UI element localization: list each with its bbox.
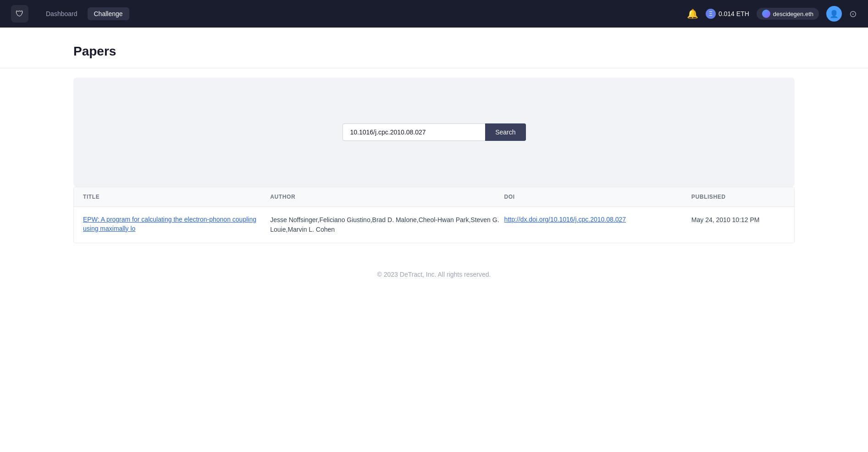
logo-icon: 🛡: [16, 9, 24, 19]
search-input[interactable]: [343, 123, 486, 141]
paper-title-link[interactable]: EPW: A program for calculating the elect…: [83, 216, 256, 232]
ens-badge[interactable]: descidegen.eth: [757, 8, 819, 20]
paper-doi[interactable]: http://dx.doi.org/10.1016/j.cpc.2010.08.…: [504, 215, 691, 223]
user-avatar[interactable]: 👤: [826, 6, 842, 22]
copyright-text: © 2023 DeTract, Inc. All rights reserved…: [377, 271, 491, 278]
table-row: EPW: A program for calculating the elect…: [74, 207, 794, 243]
page-header: Papers: [0, 28, 868, 68]
paper-published: May 24, 2010 10:12 PM: [691, 215, 785, 225]
ens-avatar: [762, 10, 770, 18]
page-title: Papers: [73, 44, 795, 59]
search-container: Search: [343, 123, 526, 141]
nav-challenge[interactable]: Challenge: [88, 7, 129, 20]
ethereum-icon: Ξ: [706, 9, 716, 19]
eth-amount: 0.014 ETH: [719, 10, 749, 17]
doi-link[interactable]: http://dx.doi.org/10.1016/j.cpc.2010.08.…: [504, 216, 626, 223]
eth-balance: Ξ 0.014 ETH: [706, 9, 749, 19]
nav-menu: Dashboard Challenge: [39, 7, 676, 20]
col-author: AUTHOR: [270, 194, 504, 200]
nav-dashboard[interactable]: Dashboard: [39, 7, 84, 20]
table-header: TITLE AUTHOR DOI PUBLISHED: [74, 187, 794, 207]
search-section: Search: [73, 78, 795, 187]
footer: © 2023 DeTract, Inc. All rights reserved…: [0, 243, 868, 296]
col-doi: DOI: [504, 194, 691, 200]
col-title: TITLE: [83, 194, 270, 200]
notification-icon[interactable]: 🔔: [687, 8, 698, 19]
paper-author: Jesse Noffsinger,Feliciano Giustino,Brad…: [270, 215, 504, 234]
col-published: PUBLISHED: [691, 194, 785, 200]
logout-icon[interactable]: ⊙: [849, 8, 857, 19]
ens-name: descidegen.eth: [773, 11, 813, 17]
navbar: 🛡 Dashboard Challenge 🔔 Ξ 0.014 ETH desc…: [0, 0, 868, 28]
search-button[interactable]: Search: [485, 123, 525, 141]
paper-title[interactable]: EPW: A program for calculating the elect…: [83, 215, 270, 233]
papers-table: TITLE AUTHOR DOI PUBLISHED EPW: A progra…: [73, 187, 795, 243]
logo: 🛡: [11, 5, 28, 22]
navbar-right: 🔔 Ξ 0.014 ETH descidegen.eth 👤 ⊙: [687, 6, 857, 22]
